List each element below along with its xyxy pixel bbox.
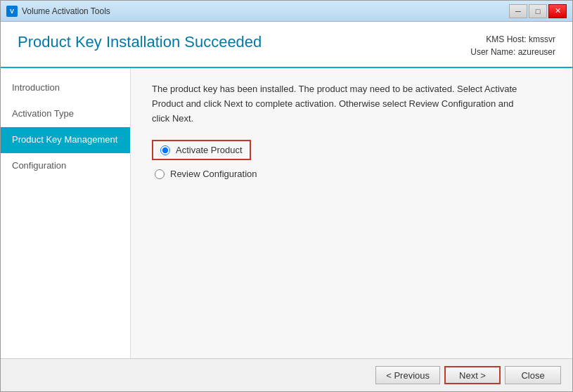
sidebar: Introduction Activation Type Product Key…	[1, 68, 131, 358]
header: Product Key Installation Succeeded KMS H…	[1, 22, 572, 68]
title-bar-left: V Volume Activation Tools	[6, 6, 110, 17]
review-configuration-option[interactable]: Review Configuration	[152, 169, 551, 179]
app-icon: V	[6, 6, 18, 17]
activate-product-radio[interactable]	[160, 145, 170, 155]
close-button[interactable]: Close	[505, 366, 561, 384]
footer: < Previous Next > Close	[1, 358, 572, 391]
review-configuration-radio[interactable]	[155, 169, 165, 179]
content-area: Introduction Activation Type Product Key…	[1, 68, 572, 358]
activate-product-box: Activate Product	[152, 140, 251, 160]
activate-product-label: Activate Product	[176, 145, 243, 155]
kms-host-label: KMS Host: kmssvr	[470, 33, 555, 46]
next-button[interactable]: Next >	[444, 366, 501, 384]
main-window: V Volume Activation Tools ─ □ ✕ Product …	[0, 0, 573, 392]
title-bar-controls: ─ □ ✕	[509, 4, 567, 18]
user-name-label: User Name: azureuser	[470, 46, 555, 58]
window-close-button[interactable]: ✕	[548, 4, 567, 18]
sidebar-item-configuration[interactable]: Configuration	[1, 153, 130, 179]
sidebar-item-activation-type[interactable]: Activation Type	[1, 101, 130, 127]
window-title: Volume Activation Tools	[22, 6, 110, 16]
previous-button[interactable]: < Previous	[375, 366, 440, 384]
review-configuration-label: Review Configuration	[170, 169, 257, 179]
maximize-button[interactable]: □	[529, 4, 547, 18]
minimize-button[interactable]: ─	[509, 4, 527, 18]
header-info: KMS Host: kmssvr User Name: azureuser	[470, 33, 555, 58]
info-text: The product key has been installed. The …	[152, 82, 517, 126]
radio-group: Activate Product Review Configuration	[152, 140, 551, 179]
title-bar: V Volume Activation Tools ─ □ ✕	[1, 1, 572, 22]
main-content: The product key has been installed. The …	[131, 68, 572, 358]
activate-product-option[interactable]: Activate Product	[152, 140, 551, 160]
sidebar-item-product-key-management[interactable]: Product Key Management	[1, 127, 130, 153]
sidebar-item-introduction[interactable]: Introduction	[1, 75, 130, 101]
page-title: Product Key Installation Succeeded	[18, 33, 262, 51]
